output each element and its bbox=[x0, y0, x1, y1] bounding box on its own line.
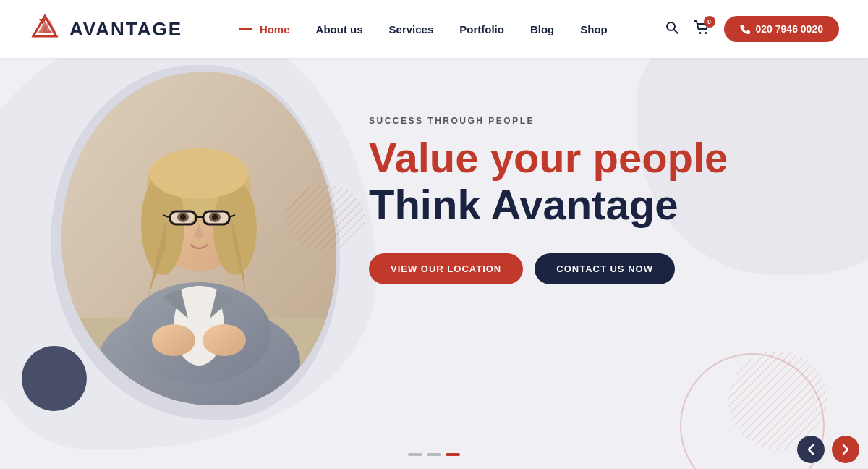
site-header: AVANTAGE Home About us Services Portfoli… bbox=[0, 0, 868, 58]
hero-title-dark: Think Avantage bbox=[369, 183, 810, 227]
slider-arrow-right[interactable] bbox=[832, 436, 859, 463]
svg-point-28 bbox=[180, 214, 186, 220]
svg-point-29 bbox=[212, 214, 218, 220]
svg-point-6 bbox=[699, 32, 701, 34]
nav-services[interactable]: Services bbox=[389, 23, 434, 35]
dot-2[interactable] bbox=[427, 453, 441, 456]
hero-buttons: VIEW OUR LOCATION CONTACT US NOW bbox=[369, 253, 810, 284]
dot-1[interactable] bbox=[408, 453, 422, 456]
nav-home[interactable]: Home bbox=[239, 23, 290, 35]
slider-arrow-left[interactable] bbox=[797, 436, 825, 463]
hero-section: SUCCESS THROUGH PEOPLE Value your people… bbox=[0, 58, 868, 469]
svg-point-30 bbox=[152, 324, 195, 356]
nav-blog[interactable]: Blog bbox=[530, 23, 554, 35]
dark-circle-decoration bbox=[22, 346, 87, 411]
home-line-decoration bbox=[239, 28, 252, 30]
nav-shop[interactable]: Shop bbox=[580, 23, 608, 35]
svg-point-7 bbox=[705, 32, 707, 34]
logo[interactable]: AVANTAGE bbox=[29, 13, 182, 45]
hatch-circle-decoration bbox=[282, 174, 369, 261]
view-location-button[interactable]: VIEW OUR LOCATION bbox=[369, 253, 523, 284]
svg-point-33 bbox=[286, 185, 365, 250]
svg-point-31 bbox=[203, 324, 246, 356]
main-nav: Home About us Services Portfolio Blog Sh… bbox=[239, 23, 608, 35]
nav-actions: 0 020 7946 0020 bbox=[665, 16, 839, 42]
contact-button[interactable]: CONTACT US NOW bbox=[535, 253, 675, 284]
logo-icon bbox=[29, 13, 61, 45]
phone-icon bbox=[740, 24, 750, 34]
cart-button[interactable]: 0 bbox=[694, 20, 710, 38]
logo-text: AVANTAGE bbox=[69, 18, 182, 41]
svg-line-5 bbox=[673, 29, 678, 33]
cart-badge: 0 bbox=[704, 16, 715, 28]
nav-portfolio[interactable]: Portfolio bbox=[459, 23, 504, 35]
phone-button[interactable]: 020 7946 0020 bbox=[724, 16, 839, 42]
hero-subtitle: SUCCESS THROUGH PEOPLE bbox=[369, 116, 810, 126]
hero-title-red: Value your people bbox=[369, 136, 810, 180]
hero-content: SUCCESS THROUGH PEOPLE Value your people… bbox=[369, 116, 810, 284]
nav-about[interactable]: About us bbox=[316, 23, 363, 35]
slider-dots bbox=[408, 453, 460, 456]
search-icon[interactable] bbox=[665, 20, 679, 38]
dot-3-active[interactable] bbox=[446, 453, 460, 456]
svg-point-18 bbox=[150, 148, 248, 199]
